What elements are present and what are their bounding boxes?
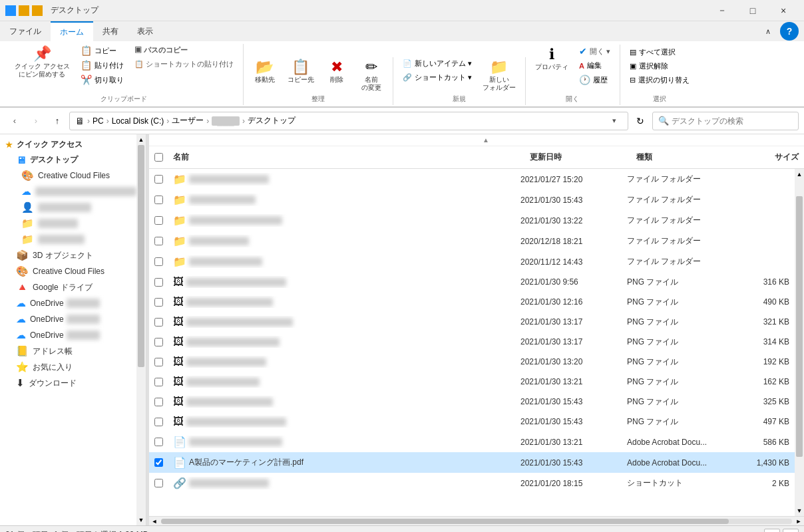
- copy-path-button[interactable]: ▣ パスのコピー: [130, 44, 238, 57]
- row-size: [735, 177, 795, 182]
- invert-select-button[interactable]: ⊟ 選択の切り替え: [626, 74, 694, 86]
- header-date[interactable]: 更新日時: [524, 149, 631, 166]
- table-row[interactable]: 🔗 2021/01/20 18:15 ショートカット 2 KB: [149, 473, 795, 493]
- ribbon-group-select: ▤ すべて選択 ▣ 選択解除 ⊟ 選択の切り替え 選択: [620, 46, 699, 105]
- delete-button[interactable]: ✖ 削除: [321, 57, 353, 86]
- blurred-name: [189, 175, 269, 184]
- paste-button[interactable]: 📋 貼り付け: [77, 59, 128, 72]
- properties-label: プロパティ: [535, 63, 568, 71]
- hscroll-left[interactable]: ◄: [149, 517, 160, 526]
- search-input[interactable]: [672, 116, 793, 126]
- selected-row-checkbox[interactable]: [154, 458, 163, 467]
- hscroll-thumb[interactable]: [161, 519, 729, 524]
- sidebar-item-3dobjects[interactable]: 📦 3D オブジェクト: [0, 247, 146, 263]
- open-button[interactable]: ✔ 開く ▾: [575, 45, 614, 58]
- row-size: 316 KB: [735, 275, 795, 289]
- header-size[interactable]: サイズ: [744, 149, 804, 166]
- tab-file[interactable]: ファイル: [0, 21, 51, 41]
- hscroll-right[interactable]: ►: [793, 517, 804, 526]
- help-button[interactable]: ?: [780, 22, 799, 41]
- table-row[interactable]: 📄 2021/01/30 13:21 Adobe Acrobat Docu...…: [149, 432, 795, 452]
- maximize-button[interactable]: □: [737, 0, 768, 21]
- sidebar-item-onedrive3[interactable]: ☁ OneDrive: [0, 311, 146, 327]
- clipboard-label: クリップボード: [5, 94, 243, 104]
- cut-button[interactable]: ✂️ 切り取り: [77, 73, 128, 86]
- header-checkbox[interactable]: [154, 153, 163, 162]
- copy-to-button[interactable]: 📋 コピー先: [284, 57, 318, 86]
- edit-button[interactable]: A 編集: [575, 59, 614, 72]
- details-view-button[interactable]: ≡: [764, 529, 780, 533]
- select-all-button[interactable]: ▤ すべて選択: [626, 46, 694, 59]
- table-row[interactable]: 🖼 2021/01/30 13:17 PNG ファイル 314 KB: [149, 332, 795, 352]
- png-icon: 🖼: [173, 316, 184, 328]
- sidebar-scrollbar[interactable]: ▲ ▼: [136, 134, 146, 525]
- header-name[interactable]: 名前: [168, 149, 524, 166]
- scroll-thumb[interactable]: [796, 196, 803, 457]
- move-to-button[interactable]: 📂 移動先: [249, 57, 281, 86]
- table-row[interactable]: 📁 2020/11/12 14:43 ファイル フォルダー: [149, 251, 795, 272]
- paste-shortcut-button[interactable]: 📋 ショートカットの貼り付け: [130, 58, 238, 70]
- scroll-down-button[interactable]: ▼: [795, 505, 804, 516]
- properties-button[interactable]: ℹ プロパティ: [531, 45, 572, 74]
- sidebar-item-onedrive[interactable]: ☁: [0, 184, 146, 200]
- forward-button[interactable]: ›: [27, 112, 45, 130]
- table-row[interactable]: 🖼 2021/01/30 13:20 PNG ファイル 192 KB: [149, 352, 795, 372]
- sidebar-item-favorites[interactable]: ⭐ お気に入り: [0, 359, 146, 375]
- sidebar-scroll-down[interactable]: ▼: [136, 515, 146, 525]
- tab-view[interactable]: 表示: [128, 21, 162, 41]
- refresh-button[interactable]: ↻: [631, 112, 650, 130]
- rename-button[interactable]: ✏ 名前の変更: [355, 57, 387, 94]
- up-button[interactable]: ↑: [48, 112, 67, 130]
- header-type[interactable]: 種類: [631, 149, 744, 166]
- table-row[interactable]: 📁 2021/01/30 13:22 ファイル フォルダー: [149, 210, 795, 231]
- header-check: [149, 153, 168, 162]
- table-row[interactable]: 🖼 2021/01/30 9:56 PNG ファイル 316 KB: [149, 272, 795, 292]
- shortcut-button[interactable]: 🔗 ショートカット ▾: [399, 71, 476, 84]
- table-row[interactable]: 📁 2021/01/27 15:20 ファイル フォルダー: [149, 169, 795, 190]
- sidebar-item-user[interactable]: 👤: [0, 200, 146, 215]
- sidebar-item-creative-cloud2[interactable]: 🎨 Creative Cloud Files: [0, 263, 146, 279]
- address-path[interactable]: 🖥 › PC › Local Disk (C:) › ユーザー › ███ › …: [69, 112, 628, 130]
- sidebar-item-downloads[interactable]: ⬇ ダウンロード: [0, 375, 146, 391]
- sidebar-scroll-thumb[interactable]: [138, 145, 144, 367]
- sidebar-item-folder1[interactable]: 📁: [0, 215, 146, 231]
- table-row[interactable]: 🖼 2021/01/30 15:43 PNG ファイル 497 KB: [149, 412, 795, 432]
- sidebar-quick-access[interactable]: ★ クイック アクセス: [0, 137, 146, 152]
- path-dropdown-button[interactable]: ▾: [606, 112, 622, 130]
- table-row[interactable]: 📁 2020/12/18 18:21 ファイル フォルダー: [149, 231, 795, 251]
- shortcut-icon: 🔗: [173, 477, 186, 489]
- tab-share[interactable]: 共有: [93, 21, 128, 41]
- file-list-scrollbar[interactable]: ▲ ▼: [795, 169, 804, 516]
- sidebar-item-folder2[interactable]: 📁: [0, 231, 146, 247]
- table-row[interactable]: 📄 A製品のマーケティング計画.pdf 2021/01/30 15:43 Ado…: [149, 452, 795, 473]
- new-folder-button[interactable]: 📁 新しいフォルダー: [479, 57, 520, 94]
- table-row[interactable]: 🖼 2021/01/30 12:16 PNG ファイル 490 KB: [149, 292, 795, 312]
- blurred-name: [186, 358, 266, 366]
- table-row[interactable]: 🖼 2021/01/30 13:17 PNG ファイル 321 KB: [149, 312, 795, 332]
- tab-home[interactable]: ホーム: [51, 21, 93, 41]
- history-button[interactable]: 🕐 履歴: [575, 73, 614, 86]
- copy-button[interactable]: 📋 コピー: [77, 44, 128, 57]
- large-icons-view-button[interactable]: ⊞: [783, 529, 799, 533]
- scroll-up-button[interactable]: ▲: [795, 169, 804, 180]
- table-row[interactable]: 🖼 2021/01/30 13:21 PNG ファイル 162 KB: [149, 372, 795, 392]
- sidebar-item-gdrive[interactable]: 🔺 Google ドライブ: [0, 279, 146, 295]
- table-row[interactable]: 📁 2021/01/30 15:43 ファイル フォルダー: [149, 190, 795, 210]
- minimize-button[interactable]: －: [707, 0, 737, 21]
- sidebar-item-creative-cloud[interactable]: 🎨 Creative Cloud Files: [0, 168, 146, 184]
- sidebar-item-desktop[interactable]: 🖥 デスクトップ: [0, 152, 146, 168]
- new-item-button[interactable]: 📄 新しいアイテム ▾: [399, 57, 476, 70]
- cc2-icon: 🎨: [16, 265, 29, 277]
- table-row[interactable]: 🖼 2021/01/30 15:43 PNG ファイル 325 KB: [149, 392, 795, 412]
- row-check[interactable]: [149, 175, 168, 184]
- sidebar-item-addressbook[interactable]: 📒 アドレス帳: [0, 343, 146, 359]
- sidebar-item-onedrive4[interactable]: ☁ OneDrive: [0, 327, 146, 343]
- copy-to-icon: 📋: [292, 60, 309, 74]
- sidebar-scroll-up[interactable]: ▲: [136, 134, 146, 145]
- deselect-button[interactable]: ▣ 選択解除: [626, 60, 694, 72]
- back-button[interactable]: ‹: [5, 112, 24, 130]
- close-button[interactable]: ×: [768, 0, 799, 21]
- sidebar-item-onedrive2[interactable]: ☁ OneDrive: [0, 295, 146, 311]
- ribbon-up-arrow[interactable]: ∧: [759, 22, 777, 41]
- quick-access-pin-button[interactable]: 📌 クイック アクセスにピン留めする: [11, 44, 74, 81]
